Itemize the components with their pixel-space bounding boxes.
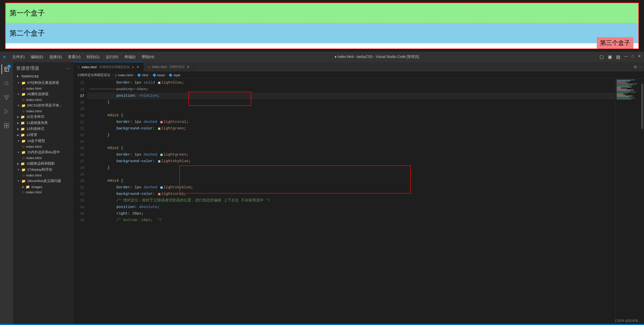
scrollbar-thumb[interactable] — [641, 84, 643, 129]
sidebar-item-15[interactable]: ▼ 📁 15内外边距和div居中 — [13, 149, 73, 155]
tab-subtitle-1: 19相对定位 — [169, 65, 185, 69]
arrow-icon: ▶ — [17, 127, 19, 131]
sidebar-item-12[interactable]: ▶ 📁 12列表样式 — [13, 126, 73, 132]
sidebar-item-11[interactable]: ▶ 📁 11超链接伪类 — [13, 120, 73, 126]
file-label: index.html — [26, 109, 42, 113]
layout-icon2[interactable]: ▣ — [608, 54, 612, 60]
sidebar-item-13[interactable]: ▶ 📁 13背景 — [13, 132, 73, 138]
code-line-31: border: 1px dashed lightskyblue; — [87, 184, 615, 191]
mini-line — [617, 86, 629, 86]
breadcrumb-sep-2: › — [150, 73, 151, 77]
tab-label-1: index.html — [152, 65, 167, 69]
close-button[interactable]: ✕ — [638, 54, 641, 60]
folder-label: 15内外边距和div居中 — [27, 150, 60, 155]
tab-spacer — [194, 62, 632, 71]
tab-bar: ◇ index.html 21绝对定位和固定定位 ● ✕ ◇ index.htm… — [73, 62, 644, 72]
code-line-30: #div3 { — [87, 178, 615, 184]
swatch-lightblue — [158, 82, 160, 84]
breadcrumb-item-3[interactable]: 🔷 head — [152, 73, 165, 77]
sidebar-item-09[interactable]: ▼ 📁 09CSS的作用及字体... — [13, 102, 73, 109]
sidebar-item-file-18[interactable]: ◇ index.html — [13, 190, 73, 195]
mini-line — [617, 84, 637, 84]
mini-line — [617, 98, 635, 98]
code-line-25: #div2 { — [87, 145, 615, 152]
breadcrumb-sep-0: › — [112, 73, 113, 77]
file-icon: ◇ — [22, 145, 25, 149]
more-actions-icon[interactable]: ··· — [639, 65, 642, 69]
breadcrumb-item-2[interactable]: 🔷 html — [137, 73, 148, 77]
tab-close-1[interactable]: ✕ — [187, 65, 190, 69]
code-line-19 — [87, 106, 615, 112]
sidebar-item-07[interactable]: ▼ 📁 07结构伪元素选择器 — [13, 80, 73, 86]
tab-close-0[interactable]: ✕ — [136, 65, 139, 69]
menu-view[interactable]: 查看(V) — [68, 55, 80, 59]
breadcrumb-item-1[interactable]: ◇ index.html — [115, 73, 133, 77]
menu-file[interactable]: 文件(F) — [12, 55, 25, 59]
sidebar-more-icon[interactable]: ··· — [66, 66, 70, 71]
sidebar-item-17[interactable]: ▼ 📁 17display和浮动 — [13, 167, 73, 173]
arrow-icon: ▶ — [17, 133, 19, 137]
menu-run[interactable]: 运行(R) — [106, 55, 118, 59]
editor-area: ◇ index.html 21绝对定位和固定定位 ● ✕ ◇ index.htm… — [73, 62, 644, 324]
menu-help[interactable]: 帮助(H) — [142, 55, 154, 59]
file-icon: ◇ — [22, 173, 25, 177]
sidebar-item-images[interactable]: ▶ 📁 images — [13, 184, 73, 190]
sidebar-item-file-09[interactable]: ◇ index.html — [13, 109, 73, 114]
code-line-23: } — [87, 132, 615, 138]
sidebar-item-08[interactable]: ▼ 📁 08属性选择器 — [13, 91, 73, 97]
code-line-21: border: 1px dashed lightcoral; — [87, 119, 615, 125]
layout-icon3[interactable]: ▤ — [616, 54, 620, 60]
split-editor-icon[interactable]: ⧉ — [634, 65, 637, 69]
menu-terminal[interactable]: 终端(I) — [125, 55, 136, 59]
sidebar-item-file-08[interactable]: ◇ index.html — [13, 97, 73, 102]
maximize-button[interactable]: □ — [632, 54, 634, 60]
sidebar-item-18[interactable]: ▼ 📁 18overflow及父级问题 — [13, 178, 73, 184]
folder-icon: 📁 — [21, 121, 25, 125]
folder-label: 11超链接伪类 — [26, 121, 48, 125]
explorer-icon[interactable]: 0 — [2, 64, 12, 74]
sidebar-item-10[interactable]: ▶ 📁 10文本样式 — [13, 114, 73, 120]
tab-1[interactable]: ◇ index.html 19相对定位 ✕ — [144, 62, 194, 71]
tab-0[interactable]: ◇ index.html 21绝对定位和固定定位 ● ✕ — [73, 62, 144, 71]
sidebar-item-14[interactable]: ▼ 📁 14盒子模型 — [13, 138, 73, 144]
div2-preview: 第二个盒子 — [6, 23, 638, 43]
sidebar-item-16[interactable]: ▶ 📁 16圆角边框和阴影 — [13, 161, 73, 167]
sidebar-item-file-14[interactable]: ◇ index.html — [13, 144, 73, 149]
code-content: border: 1px solid lightblue; padding: 10… — [87, 79, 615, 324]
sidebar-title: 资源管理器 — [16, 65, 39, 71]
arrow-icon: ▼ — [17, 168, 20, 171]
code-line-24 — [87, 138, 615, 145]
mini-line — [617, 95, 626, 95]
svg-rect-13 — [4, 126, 6, 128]
layout-icon1[interactable]: ▢ — [599, 54, 604, 60]
folder-icon: 📁 — [21, 150, 26, 154]
sidebar-item-file-17[interactable]: ◇ index.html — [13, 173, 73, 178]
sidebar-item-file-07[interactable]: ◇ index.html — [13, 86, 73, 91]
svg-point-7 — [6, 98, 7, 100]
code-line-35: right: 20px; — [87, 210, 615, 217]
menu-edit[interactable]: 编辑(E) — [31, 55, 43, 59]
scrollbar[interactable] — [640, 79, 644, 324]
sidebar-item-file-15[interactable]: ◇ index.html — [13, 155, 73, 161]
menu-select[interactable]: 选择(S) — [49, 55, 62, 59]
breadcrumb-item-4[interactable]: 🔷 style — [169, 73, 180, 77]
breadcrumb-item-0[interactable]: 21绝对定位和固定定位 — [77, 73, 110, 77]
minimize-button[interactable]: ― — [624, 54, 628, 60]
code-editor[interactable]: 15 16 17 18 19 20 21 22 23 24 25 26 27 2… — [73, 79, 644, 324]
file-label: index.html — [26, 190, 42, 194]
swatch-lightgreen — [158, 127, 160, 130]
source-control-icon[interactable] — [2, 92, 12, 102]
minimap — [615, 79, 640, 324]
code-line-17: position: relative; — [87, 93, 615, 99]
watermark: CSDN @淡水鱼... — [615, 318, 641, 323]
menu-goto[interactable]: 转到(G) — [87, 55, 100, 59]
code-line-29 — [87, 171, 615, 178]
folder-label: 17display和浮动 — [27, 167, 52, 172]
search-icon[interactable] — [2, 78, 12, 88]
folder-label: 08属性选择器 — [27, 92, 49, 96]
swatch-lightskyblue2 — [160, 186, 163, 189]
extensions-icon[interactable] — [2, 121, 12, 131]
folder-label: 07结构伪元素选择器 — [27, 81, 59, 85]
file-icon: ◇ — [22, 156, 25, 160]
run-icon[interactable] — [2, 106, 12, 117]
